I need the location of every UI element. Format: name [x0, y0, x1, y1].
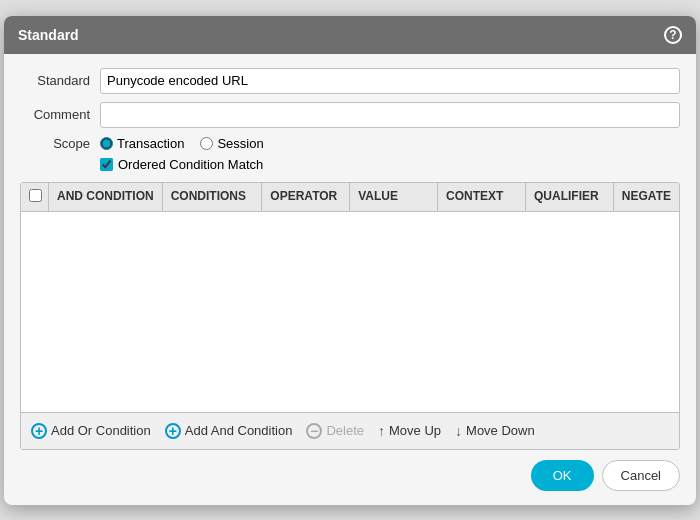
ordered-condition-checkbox[interactable]: [100, 158, 113, 171]
move-down-button[interactable]: ↓ Move Down: [455, 421, 535, 441]
scope-session[interactable]: Session: [200, 136, 263, 151]
cancel-button[interactable]: Cancel: [602, 460, 680, 491]
standard-input[interactable]: [100, 68, 680, 94]
dialog-body: Standard Comment Scope Transaction Sessi…: [4, 54, 696, 450]
comment-row: Comment: [20, 102, 680, 128]
add-or-condition-button[interactable]: + Add Or Condition: [31, 421, 151, 441]
comment-input[interactable]: [100, 102, 680, 128]
delete-icon: −: [306, 423, 322, 439]
scope-transaction-label: Transaction: [117, 136, 184, 151]
move-up-label: Move Up: [389, 423, 441, 438]
delete-button[interactable]: − Delete: [306, 421, 364, 441]
th-negate: NEGATE: [614, 183, 679, 211]
ordered-condition-row: Ordered Condition Match: [100, 157, 680, 172]
move-up-icon: ↑: [378, 423, 385, 439]
move-down-label: Move Down: [466, 423, 535, 438]
table-toolbar: + Add Or Condition + Add And Condition −…: [21, 412, 679, 449]
title-bar: Standard ?: [4, 16, 696, 54]
scope-transaction[interactable]: Transaction: [100, 136, 184, 151]
scope-row: Scope Transaction Session: [20, 136, 680, 151]
move-up-button[interactable]: ↑ Move Up: [378, 421, 441, 441]
ordered-condition-label: Ordered Condition Match: [118, 157, 263, 172]
table-header: AND CONDITION CONDITIONS OPERATOR VALUE …: [21, 183, 679, 212]
scope-session-radio[interactable]: [200, 137, 213, 150]
help-icon[interactable]: ?: [664, 26, 682, 44]
add-or-icon: +: [31, 423, 47, 439]
th-context: CONTEXT: [438, 183, 526, 211]
dialog: Standard ? Standard Comment Scope Transa…: [4, 16, 696, 505]
move-down-icon: ↓: [455, 423, 462, 439]
th-and-condition: AND CONDITION: [49, 183, 163, 211]
th-value: VALUE: [350, 183, 438, 211]
th-check: [21, 183, 49, 211]
delete-label: Delete: [326, 423, 364, 438]
th-qualifier: QUALIFIER: [526, 183, 614, 211]
scope-transaction-radio[interactable]: [100, 137, 113, 150]
scope-session-label: Session: [217, 136, 263, 151]
select-all-checkbox[interactable]: [29, 189, 42, 202]
th-conditions: CONDITIONS: [163, 183, 263, 211]
add-or-label: Add Or Condition: [51, 423, 151, 438]
conditions-table: AND CONDITION CONDITIONS OPERATOR VALUE …: [20, 182, 680, 450]
dialog-footer: OK Cancel: [4, 450, 696, 505]
standard-label: Standard: [20, 73, 90, 88]
standard-row: Standard: [20, 68, 680, 94]
comment-label: Comment: [20, 107, 90, 122]
dialog-title: Standard: [18, 27, 79, 43]
scope-label: Scope: [20, 136, 90, 151]
th-operator: OPERATOR: [262, 183, 350, 211]
add-and-icon: +: [165, 423, 181, 439]
add-and-condition-button[interactable]: + Add And Condition: [165, 421, 293, 441]
scope-radio-group: Transaction Session: [100, 136, 264, 151]
table-body: [21, 212, 679, 412]
ok-button[interactable]: OK: [531, 460, 594, 491]
add-and-label: Add And Condition: [185, 423, 293, 438]
